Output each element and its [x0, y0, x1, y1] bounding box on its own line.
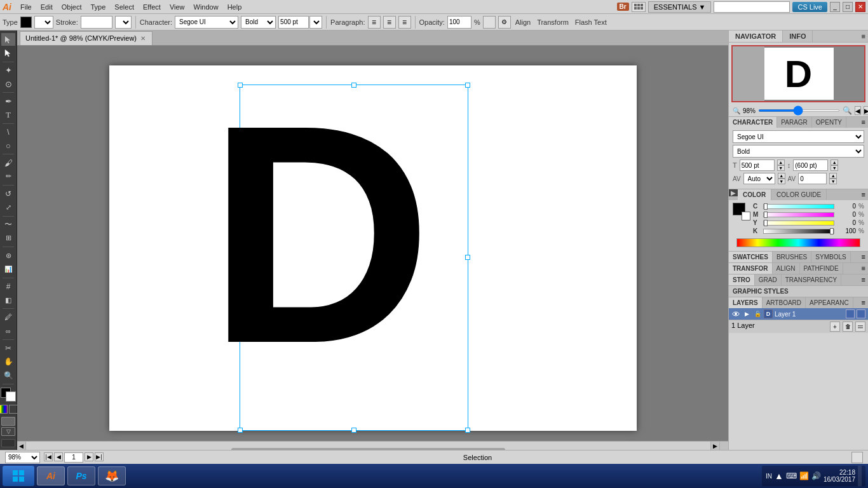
font-style-select[interactable]: Bold: [241, 16, 276, 29]
font-size-unit[interactable]: ▼: [309, 16, 322, 29]
black-slider[interactable]: [763, 229, 834, 234]
magic-wand-tool[interactable]: ✦: [1, 64, 15, 77]
handle-middle-right[interactable]: [465, 255, 470, 260]
cs-live-button[interactable]: CS Live: [792, 2, 827, 12]
draw-normal-button[interactable]: [1, 417, 15, 426]
layer-visibility-eye[interactable]: [731, 309, 740, 318]
tab-opentype[interactable]: OPENTY: [812, 117, 846, 128]
char-panel-menu[interactable]: ≡: [859, 117, 868, 128]
draw-behind-button[interactable]: ▽: [1, 427, 15, 436]
align-right-button[interactable]: ≡: [398, 16, 411, 29]
align-left-button[interactable]: ≡: [368, 16, 381, 29]
yellow-thumb[interactable]: [764, 220, 768, 226]
network-icon[interactable]: 📶: [799, 471, 809, 480]
cyan-thumb[interactable]: [764, 203, 768, 210]
text-object-d[interactable]: D: [208, 78, 433, 390]
taskbar-app-firefox[interactable]: 🦊: [98, 466, 126, 485]
menu-object[interactable]: Object: [58, 2, 86, 12]
leading-stepper[interactable]: ▲ ▼: [831, 159, 838, 171]
layer-expand-icon[interactable]: ▶: [742, 309, 751, 318]
menu-help[interactable]: Help: [224, 2, 246, 12]
line-segment-tool[interactable]: \: [1, 126, 15, 139]
tracking-down-button[interactable]: ▼: [829, 179, 837, 184]
close-button[interactable]: ✕: [855, 2, 865, 12]
tracking-up-button[interactable]: ▲: [829, 173, 837, 179]
tab-gradient[interactable]: GRAD: [755, 274, 782, 285]
mesh-tool[interactable]: #: [1, 280, 15, 293]
transform-panel-menu[interactable]: ≡: [859, 263, 868, 274]
kerning-up-button[interactable]: ▲: [778, 173, 785, 179]
menu-type[interactable]: Type: [87, 2, 110, 12]
leading-down-button[interactable]: ▼: [831, 165, 838, 171]
graphic-styles-header[interactable]: GRAPHIC STYLES: [729, 285, 868, 297]
view-options-icon[interactable]: [632, 2, 646, 12]
page-number-input[interactable]: [64, 452, 83, 463]
close-tab-button[interactable]: ✕: [140, 35, 146, 42]
stroke-swatch[interactable]: [6, 391, 16, 402]
tab-swatches[interactable]: SWATCHES: [729, 252, 773, 262]
menu-effect[interactable]: Effect: [139, 2, 165, 12]
restore-button[interactable]: □: [843, 2, 853, 12]
scale-tool[interactable]: ⤢: [1, 201, 15, 214]
stroke-panel-menu[interactable]: ≡: [859, 274, 868, 285]
tab-color-guide[interactable]: COLOR GUIDE: [771, 189, 827, 200]
handle-bottom-center[interactable]: [351, 428, 356, 433]
kerning-down-button[interactable]: ▼: [778, 179, 785, 184]
type-tool[interactable]: T: [1, 108, 15, 121]
color-mode-button[interactable]: [0, 405, 8, 414]
taskbar-app-photoshop[interactable]: Ps: [67, 466, 95, 485]
color-collapse-icon[interactable]: ▶: [729, 189, 738, 196]
column-graph-tool[interactable]: 📊: [1, 262, 15, 275]
prev-page-button[interactable]: ◀: [54, 452, 63, 461]
nav-right-arrow[interactable]: ▶: [864, 106, 868, 115]
add-layer-button[interactable]: +: [830, 322, 840, 332]
black-thumb[interactable]: [830, 228, 834, 234]
hand-tool[interactable]: ✋: [1, 355, 15, 368]
taskbar-app-illustrator[interactable]: Ai: [37, 466, 65, 485]
system-tray-icon[interactable]: ▲: [775, 471, 783, 481]
char-size-input[interactable]: [740, 159, 775, 171]
document-tab[interactable]: Untitled-1* @ 98% (CMYK/Preview) ✕: [20, 31, 153, 45]
kerning-stepper[interactable]: ▲ ▼: [778, 173, 785, 184]
menu-window[interactable]: Window: [190, 2, 222, 12]
first-page-button[interactable]: |◀: [44, 452, 53, 461]
char-font-style[interactable]: Bold: [733, 145, 864, 158]
nav-zoom-slider[interactable]: [758, 109, 840, 112]
scissors-tool[interactable]: ✂: [1, 342, 15, 355]
ellipse-tool[interactable]: ○: [1, 139, 15, 152]
tab-stroke[interactable]: STRO: [729, 274, 755, 285]
warp-tool[interactable]: 〜: [1, 218, 15, 231]
size-up-button[interactable]: ▲: [777, 159, 785, 165]
tab-info[interactable]: INFO: [783, 30, 813, 42]
delete-layer-button[interactable]: 🗑: [843, 322, 853, 332]
font-family-select[interactable]: Segoe UI: [175, 16, 238, 29]
show-desktop-button[interactable]: [858, 466, 862, 486]
tab-pathfinder[interactable]: PATHFINDE: [800, 263, 843, 274]
char-tracking-input[interactable]: [798, 173, 827, 184]
color-spectrum-bar[interactable]: [736, 238, 860, 247]
tab-artboard[interactable]: ARTBOARD: [763, 297, 806, 308]
pencil-tool[interactable]: ✏: [1, 170, 15, 183]
tab-appearance[interactable]: APPEARANC: [806, 297, 853, 308]
tab-paragraph[interactable]: PARAGR: [777, 117, 812, 128]
layer-1-row[interactable]: ▶ 🔓 D Layer 1: [729, 308, 868, 320]
fill-stroke-swatches[interactable]: [1, 388, 16, 402]
menu-edit[interactable]: Edit: [37, 2, 57, 12]
handle-bottom-right[interactable]: [465, 428, 470, 433]
screen-mode-button[interactable]: [1, 439, 15, 447]
swatches-panel-menu[interactable]: ≡: [859, 252, 868, 262]
magenta-slider[interactable]: [763, 212, 834, 217]
zoom-tool[interactable]: 🔍: [1, 369, 15, 381]
size-stepper[interactable]: ▲ ▼: [777, 159, 785, 171]
tab-character[interactable]: CHARACTER: [729, 117, 777, 128]
handle-top-right[interactable]: [465, 83, 470, 88]
fill-color-swatch[interactable]: [20, 17, 32, 28]
font-size-input[interactable]: [278, 16, 309, 29]
direct-selection-tool[interactable]: [1, 46, 15, 59]
next-page-button[interactable]: ▶: [85, 452, 93, 461]
layer-lock-icon[interactable]: 🔓: [753, 309, 762, 318]
cyan-slider[interactable]: [763, 204, 834, 209]
eyedropper-tool[interactable]: 🖉: [1, 311, 15, 323]
opacity-input[interactable]: [447, 16, 471, 29]
char-kerning-select[interactable]: Auto: [743, 173, 775, 184]
